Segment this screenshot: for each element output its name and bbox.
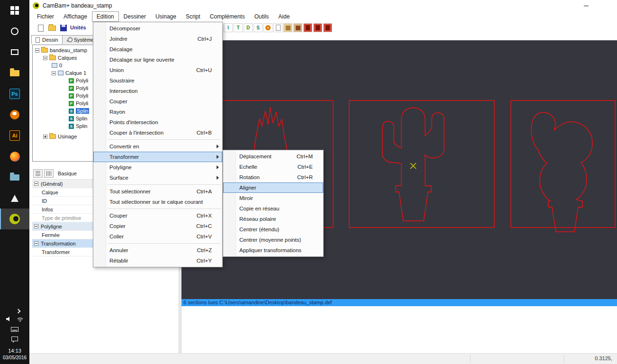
categorize-view-button[interactable] (33, 169, 43, 178)
menu-item[interactable]: EchelleCtrl+E (223, 162, 323, 172)
menu-item-label: Décomposer (109, 26, 140, 31)
blender-button[interactable] (0, 104, 29, 125)
menu-item-label: Rétablir (109, 258, 128, 264)
menu-item-submenu[interactable]: Polyligne (93, 162, 222, 173)
media-player-button[interactable] (0, 188, 29, 209)
illustrator-button[interactable]: Ai (0, 125, 29, 146)
menu-fichier[interactable]: Fichier (32, 11, 59, 22)
menu-item[interactable]: Couper à l'intersectionCtrl+B (93, 127, 222, 138)
collapse-icon[interactable] (34, 241, 38, 246)
menu-item-label: Réseau polaire (239, 216, 276, 222)
firefox-button[interactable] (0, 146, 29, 167)
touch-keyboard-icon[interactable] (11, 327, 18, 333)
plugin-icon (306, 25, 310, 30)
collapse-icon[interactable] (43, 56, 47, 60)
start-button[interactable] (0, 0, 29, 21)
menu-script[interactable]: Script (181, 11, 205, 22)
open-file-button[interactable] (47, 23, 57, 33)
menu-item[interactable]: RotationCtrl+R (223, 172, 323, 182)
folder-icon (41, 48, 48, 53)
collapse-icon[interactable] (35, 48, 39, 53)
drill-tool-button[interactable]: D (244, 23, 253, 32)
tree-item-label: 0 (59, 63, 62, 68)
stamp-frame-2[interactable] (349, 100, 494, 228)
menu-usinage[interactable]: Usinage (151, 11, 181, 22)
spline-tool-button[interactable]: S (254, 23, 263, 32)
menu-item[interactable]: Décalage (93, 44, 222, 55)
network-icon[interactable] (17, 316, 24, 323)
sort-az-button[interactable] (44, 169, 54, 178)
photoshop-button[interactable]: Ps (0, 83, 29, 104)
expand-icon[interactable] (43, 135, 47, 139)
menu-item[interactable]: Réseau polaire (223, 214, 323, 224)
stamp-frame-3[interactable] (511, 100, 615, 228)
menu-item-shortcut: Ctrl+R (286, 174, 313, 180)
menu-item[interactable]: Centrer (étendu) (223, 224, 323, 235)
menu-item-label: Miroir (239, 195, 253, 201)
file-explorer-button[interactable] (0, 63, 29, 83)
plugin-b-button[interactable] (313, 23, 322, 32)
menu-item[interactable]: Tout sélectionner sur le calque courant (93, 197, 222, 207)
menu-item[interactable]: RétablirCtrl+Y (93, 255, 222, 266)
hidden-icons-chevron[interactable] (16, 309, 20, 313)
menu-item[interactable]: Miroir (223, 193, 323, 203)
menu-item-label: Couper (109, 99, 127, 104)
menu-item[interactable]: Appliquer transformations (223, 245, 323, 255)
profile-tool-button[interactable]: I (224, 23, 233, 32)
volume-icon[interactable] (6, 316, 12, 323)
collapse-icon[interactable] (34, 224, 38, 228)
menu-affichage[interactable]: Affichage (59, 11, 92, 22)
collapse-icon[interactable] (52, 71, 56, 75)
minimize-button[interactable] (580, 1, 592, 10)
menu-aide[interactable]: Aide (273, 11, 294, 22)
plugin-a-button[interactable] (303, 23, 312, 32)
menu-item[interactable]: Décomposer (93, 23, 222, 34)
menu-item[interactable]: Rayon (93, 107, 222, 117)
folder-button[interactable] (0, 167, 29, 188)
menu-item[interactable]: AnnulerCtrl+Z (93, 245, 222, 255)
menu-item-aligner[interactable]: Aligner (223, 182, 323, 193)
torus-tool-button[interactable] (263, 23, 272, 32)
view-basique-button[interactable]: Basique (55, 170, 80, 177)
menu-complements[interactable]: Compléments (205, 11, 250, 22)
cactus-shape-3[interactable] (531, 112, 592, 232)
gcode-view-button[interactable] (273, 23, 282, 32)
tab-dessin[interactable]: Dessin (31, 35, 63, 44)
cortana-button[interactable] (0, 21, 29, 42)
menu-item[interactable]: Points d'intersection (93, 117, 222, 127)
menu-item[interactable]: CopierCtrl+C (93, 221, 222, 231)
menu-item[interactable]: Couper (93, 96, 222, 107)
action-center-icon[interactable] (11, 337, 18, 344)
save-button[interactable] (59, 23, 68, 33)
text-tool-button[interactable]: T (234, 23, 243, 32)
menu-item-submenu[interactable]: Convertir en (93, 141, 222, 152)
cactus-shape-2[interactable] (382, 108, 444, 221)
menu-dessiner[interactable]: Dessiner (119, 11, 151, 22)
tree-item-label: Polyli (76, 78, 88, 83)
menu-item[interactable]: Décalage sur ligne ouverte (93, 55, 222, 65)
menu-item[interactable]: JoindreCtrl+J (93, 34, 222, 44)
tab-dessin-label: Dessin (42, 37, 58, 43)
menu-item[interactable]: CouperCtrl+X (93, 210, 222, 221)
menu-item[interactable]: Soustraire (93, 75, 222, 86)
new-document-button[interactable] (36, 23, 45, 33)
menu-edition[interactable]: Edition (92, 11, 119, 22)
library-button[interactable] (283, 23, 292, 32)
menu-item[interactable]: CollerCtrl+V (93, 231, 222, 242)
menu-item[interactable]: Centrer (moyenne points) (223, 235, 323, 245)
task-view-button[interactable] (0, 42, 29, 63)
menu-item[interactable]: UnionCtrl+U (93, 65, 222, 75)
menu-item[interactable]: Intersection (93, 86, 222, 96)
menu-item[interactable]: Tout sélectionnerCtrl+A (93, 186, 222, 197)
menu-item[interactable]: DéplacementCtrl+M (223, 151, 323, 162)
cambam-taskbar-button[interactable] (0, 209, 29, 229)
taskbar-clock[interactable]: 14:13 03/05/2016 (3, 347, 27, 361)
parts-button[interactable] (293, 23, 302, 32)
collapse-icon[interactable] (34, 182, 38, 186)
cortana-icon (11, 27, 18, 35)
menu-item[interactable]: Copie en réseau (223, 203, 323, 214)
menu-item-transformer[interactable]: Transformer (93, 152, 222, 162)
manual-button[interactable] (323, 23, 332, 32)
menu-item-submenu[interactable]: Surface (93, 173, 222, 183)
menu-outils[interactable]: Outils (250, 11, 274, 22)
